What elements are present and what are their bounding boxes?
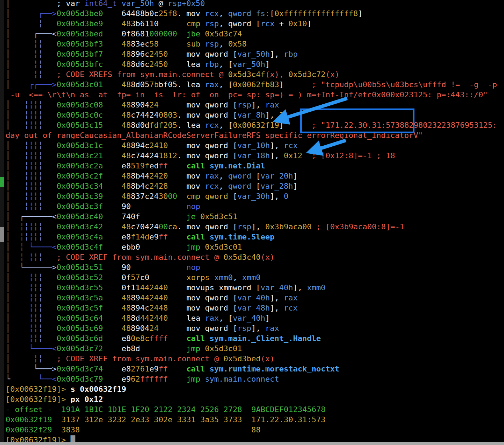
disasm-line-0x005d3bfc: │ ╎╎ 0x005d3bfc 488d6c2450 lea rbp, [var… — [6, 59, 497, 69]
var-declaration-line: │ ; var int64_t var_50h @ rsp+0x50 — [6, 0, 497, 8]
xref-comment-line: │ ╎ ╎╎╎ ; CODE XREF from sym.main.connec… — [6, 252, 497, 262]
disasm-line-0x005d3c51: │ └──────>0x005d3c51 90 nop — [6, 262, 497, 272]
window-bottom-edge — [0, 442, 504, 445]
disasm-line-0x005d3c4f: │ ╎ └────<0x005d3c4f ebb0 jmp 0x5d3c01 — [6, 242, 497, 252]
string-comment-wrap-line: day out of rangeCaucasian_AlbanianRCodeS… — [6, 130, 497, 140]
disasm-line-0x005d3c69: │ ╎╎╎ 0x005d3c69 48890424 mov qword [rsp… — [6, 323, 497, 333]
edge-strip-gray-segment — [0, 227, 4, 242]
xref-comment-line: │ ╎╎ ; CODE XREFS from sym.main.connect … — [6, 69, 497, 79]
terminal-window: │ ; var int64_t var_50h @ rsp+0x50│ ┌──>… — [0, 0, 504, 445]
console-command-line: [0x00632f19]> px 0x12 — [6, 394, 497, 404]
window-edge-strip — [0, 0, 4, 445]
disasm-line-0x005d3c2f: │ ╎╎╎╎ 0x005d3c2f 488b442420 mov rax, qw… — [6, 171, 497, 181]
disasm-line-0x005d3c40: │ ┌──────<0x005d3c40 740f je 0x5d3c51 — [6, 211, 497, 222]
edge-strip-green-segment — [0, 177, 4, 187]
disasm-line-0x005d3c15: │ ╎╎╎╎ 0x005d3c15 488d0dfdf205. lea rcx,… — [6, 120, 497, 130]
disasm-line-0x005d3c52: │ ╎╎╎ 0x005d3c52 0f57c0 xorps xmm0, xmm0 — [6, 272, 497, 283]
disasm-line-0x005d3bed: │ ┌───<0x005d3bed 0f8681000000 jbe 0x5d3… — [6, 29, 497, 39]
disasm-line-0x005d3bf7: │ ╎╎ 0x005d3bf7 48896c2450 mov qword [va… — [6, 49, 497, 59]
disasm-line-0x005d3c34: │ ╎╎╎╎ 0x005d3c34 488b4c2428 mov rcx, qw… — [6, 181, 497, 191]
disasm-line-0x005d3c01: │ ┌┌───>0x005d3c01 488d057bbf05. lea rax… — [6, 79, 497, 90]
string-comment-wrap-line: -u <== \r\t\n as at fp= in is lr: of on … — [6, 90, 497, 100]
disasm-line-0x005d3c3f: │ ╎╎╎╎ 0x005d3c3f 90 nop — [6, 201, 497, 211]
disasm-line-0x005d3be9: │ ╎ 0x005d3be9 483b6110 cmp rsp, qword [… — [6, 19, 497, 29]
disasm-line-0x005d3c1c: │ ╎╎╎╎ 0x005d3c1c 48894c2410 mov qword [… — [6, 140, 497, 151]
disasm-line-0x005d3c0c: │ ╎╎╎╎ 0x005d3c0c 48c744240803. mov qwor… — [6, 110, 497, 120]
console-command-line: [0x00632f19]> s 0x00632f19 — [6, 384, 497, 394]
hexdump-row: 0x00632f29 3838 88 — [6, 425, 497, 435]
disasm-line-0x005d3c42: │ ╎╎╎╎╎ 0x005d3c42 48c7042400ca. mov qwo… — [6, 222, 497, 232]
disasm-line-0x005d3c4a: │ ╎╎╎╎╎ 0x005d3c4a e8f14de9ff call sym.t… — [6, 232, 497, 242]
disasm-line-0x005d3c64: │ ╎╎╎ 0x005d3c64 488d442440 lea rax, [va… — [6, 313, 497, 323]
disasm-line-0x005d3c72: │ └────<0x005d3c72 eb8d jmp 0x5d3c01 — [6, 343, 497, 354]
hexdump-header-line: - offset - 191A 1B1C 1D1E 1F20 2122 2324… — [6, 404, 497, 415]
disasm-line-0x005d3c2a: │ ╎╎╎╎ 0x005d3c2a e8519fedff call sym.ne… — [6, 161, 497, 171]
disasm-line-0x005d3c74: │ └───>0x005d3c74 e82761e9ff call sym.ru… — [6, 364, 497, 374]
disasm-line-0x005d3c08: │ ╎╎╎╎ 0x005d3c08 48890424 mov qword [rs… — [6, 100, 497, 110]
disassembly-output: │ ; var int64_t var_50h @ rsp+0x50│ ┌──>… — [6, 0, 497, 445]
disasm-line-0x005d3c6d: │ ╎╎╎ 0x005d3c6d e80e8cffff call sym.mai… — [6, 333, 497, 343]
hexdump-row: 0x00632f19 3137 312e 3232 2e33 302e 3331… — [6, 415, 497, 425]
disasm-line-0x005d3be0: │ ┌──>0x005d3be0 64488b0c25f8. mov rcx, … — [6, 8, 497, 19]
disasm-line-0x005d3c5f: │ ╎╎╎ 0x005d3c5f 48894c2448 mov qword [v… — [6, 303, 497, 313]
disasm-line-0x005d3c21: │ ╎╎╎╎ 0x005d3c21 48c744241812. mov qwor… — [6, 151, 497, 161]
disasm-line-0x005d3c39: │ ╎╎╎╎ 0x005d3c39 48837c243000 cmp qword… — [6, 191, 497, 201]
disasm-line-0x005d3c5a: │ ╎╎╎ 0x005d3c5a 4889442440 mov qword [v… — [6, 293, 497, 303]
disasm-line-0x005d3c55: │ ╎╎╎ 0x005d3c55 0f11442440 movups xmmwo… — [6, 283, 497, 293]
disasm-line-0x005d3bf3: │ ╎╎ 0x005d3bf3 4883ec58 sub rsp, 0x58 — [6, 39, 497, 49]
xref-comment-line: │ ╎╎ ; CODE XREF from sym.main.connect @… — [6, 354, 497, 364]
disasm-line-0x005d3c79: └ └──<0x005d3c79 e962ffffff jmp sym.main… — [6, 374, 497, 384]
